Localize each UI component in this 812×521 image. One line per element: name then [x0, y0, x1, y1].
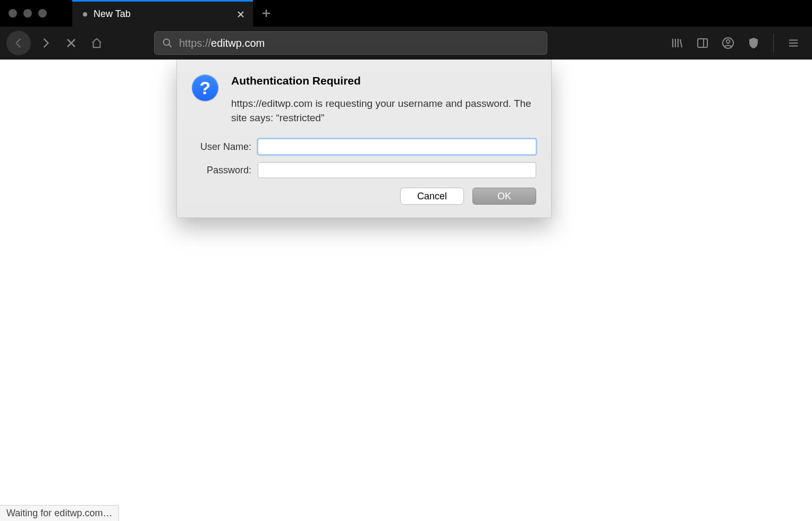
account-icon[interactable] — [720, 35, 736, 51]
svg-point-3 — [726, 40, 730, 43]
stop-button[interactable] — [61, 32, 82, 54]
cancel-button[interactable]: Cancel — [400, 188, 464, 205]
page-content: ? Authentication Required https://editwp… — [0, 60, 812, 521]
password-input[interactable] — [258, 162, 536, 178]
address-bar[interactable]: https://editwp.com — [154, 31, 547, 55]
tab-close-button[interactable] — [236, 10, 246, 19]
window-maximize-button[interactable] — [38, 9, 47, 18]
dialog-header: ? Authentication Required https://editwp… — [192, 74, 536, 125]
username-label: User Name: — [192, 141, 251, 153]
search-icon — [162, 38, 173, 48]
question-icon: ? — [192, 74, 218, 101]
browser-toolbar: https://editwp.com — [0, 27, 812, 60]
password-label: Password: — [192, 165, 251, 176]
window-close-button[interactable] — [9, 9, 17, 18]
browser-tab-active[interactable]: New Tab — [72, 0, 253, 27]
window-minimize-button[interactable] — [23, 9, 32, 18]
back-button[interactable] — [6, 31, 31, 55]
window-controls — [0, 9, 47, 18]
toolbar-right-group — [669, 33, 806, 53]
ok-button[interactable]: OK — [472, 188, 536, 205]
url-text: https://editwp.com — [179, 37, 265, 49]
username-row: User Name: — [192, 139, 536, 155]
username-input[interactable] — [258, 139, 536, 155]
dialog-title: Authentication Required — [231, 74, 536, 87]
library-icon[interactable] — [669, 35, 685, 51]
window-title-bar: New Tab — [0, 0, 812, 27]
home-button[interactable] — [86, 32, 107, 54]
dialog-message: https://editwp.com is requesting your us… — [231, 97, 536, 125]
tab-strip: New Tab — [72, 0, 280, 27]
auth-dialog: ? Authentication Required https://editwp… — [176, 60, 552, 218]
status-bar: Waiting for editwp.com… — [0, 505, 119, 521]
shield-icon[interactable] — [746, 35, 762, 51]
password-row: Password: — [192, 162, 536, 178]
url-domain: editwp.com — [211, 37, 265, 49]
svg-rect-1 — [698, 39, 707, 47]
svg-point-0 — [164, 39, 170, 46]
dialog-text-block: Authentication Required https://editwp.c… — [231, 74, 536, 125]
toolbar-divider — [773, 33, 774, 53]
url-prefix: https:// — [179, 37, 211, 49]
sidebar-icon[interactable] — [695, 35, 710, 51]
menu-button[interactable] — [785, 35, 801, 51]
dialog-button-row: Cancel OK — [192, 188, 536, 205]
new-tab-button[interactable] — [253, 0, 280, 27]
forward-button[interactable] — [35, 32, 56, 54]
tab-title: New Tab — [94, 9, 230, 20]
tab-loading-indicator-icon — [83, 12, 87, 16]
